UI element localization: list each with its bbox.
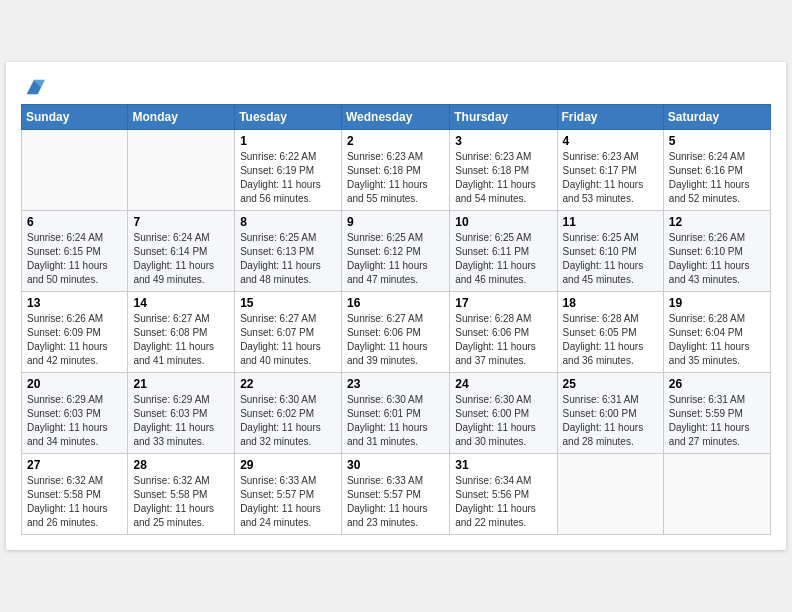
calendar-cell: 17Sunrise: 6:28 AM Sunset: 6:06 PM Dayli… (450, 292, 557, 373)
weekday-header-tuesday: Tuesday (235, 105, 342, 130)
day-number: 15 (240, 296, 336, 310)
calendar-cell: 16Sunrise: 6:27 AM Sunset: 6:06 PM Dayli… (341, 292, 449, 373)
day-info: Sunrise: 6:25 AM Sunset: 6:12 PM Dayligh… (347, 231, 444, 287)
calendar-cell: 5Sunrise: 6:24 AM Sunset: 6:16 PM Daylig… (663, 130, 770, 211)
day-info: Sunrise: 6:25 AM Sunset: 6:13 PM Dayligh… (240, 231, 336, 287)
day-info: Sunrise: 6:25 AM Sunset: 6:11 PM Dayligh… (455, 231, 551, 287)
weekday-header-monday: Monday (128, 105, 235, 130)
week-row-4: 20Sunrise: 6:29 AM Sunset: 6:03 PM Dayli… (22, 373, 771, 454)
calendar-cell: 18Sunrise: 6:28 AM Sunset: 6:05 PM Dayli… (557, 292, 663, 373)
weekday-header-friday: Friday (557, 105, 663, 130)
day-number: 19 (669, 296, 765, 310)
day-number: 12 (669, 215, 765, 229)
day-info: Sunrise: 6:30 AM Sunset: 6:01 PM Dayligh… (347, 393, 444, 449)
week-row-3: 13Sunrise: 6:26 AM Sunset: 6:09 PM Dayli… (22, 292, 771, 373)
day-info: Sunrise: 6:33 AM Sunset: 5:57 PM Dayligh… (347, 474, 444, 530)
day-number: 10 (455, 215, 551, 229)
calendar-cell: 20Sunrise: 6:29 AM Sunset: 6:03 PM Dayli… (22, 373, 128, 454)
weekday-header-row: SundayMondayTuesdayWednesdayThursdayFrid… (22, 105, 771, 130)
day-info: Sunrise: 6:28 AM Sunset: 6:05 PM Dayligh… (563, 312, 658, 368)
day-info: Sunrise: 6:26 AM Sunset: 6:09 PM Dayligh… (27, 312, 122, 368)
calendar-cell (22, 130, 128, 211)
weekday-header-thursday: Thursday (450, 105, 557, 130)
day-number: 14 (133, 296, 229, 310)
day-info: Sunrise: 6:32 AM Sunset: 5:58 PM Dayligh… (27, 474, 122, 530)
day-number: 20 (27, 377, 122, 391)
day-info: Sunrise: 6:25 AM Sunset: 6:10 PM Dayligh… (563, 231, 658, 287)
day-number: 25 (563, 377, 658, 391)
calendar-cell: 29Sunrise: 6:33 AM Sunset: 5:57 PM Dayli… (235, 454, 342, 535)
day-info: Sunrise: 6:29 AM Sunset: 6:03 PM Dayligh… (27, 393, 122, 449)
weekday-header-wednesday: Wednesday (341, 105, 449, 130)
day-number: 5 (669, 134, 765, 148)
day-number: 1 (240, 134, 336, 148)
calendar-cell: 31Sunrise: 6:34 AM Sunset: 5:56 PM Dayli… (450, 454, 557, 535)
day-info: Sunrise: 6:27 AM Sunset: 6:07 PM Dayligh… (240, 312, 336, 368)
day-number: 22 (240, 377, 336, 391)
day-info: Sunrise: 6:22 AM Sunset: 6:19 PM Dayligh… (240, 150, 336, 206)
day-info: Sunrise: 6:31 AM Sunset: 6:00 PM Dayligh… (563, 393, 658, 449)
calendar-cell (557, 454, 663, 535)
day-info: Sunrise: 6:24 AM Sunset: 6:16 PM Dayligh… (669, 150, 765, 206)
day-number: 11 (563, 215, 658, 229)
week-row-5: 27Sunrise: 6:32 AM Sunset: 5:58 PM Dayli… (22, 454, 771, 535)
calendar-cell: 27Sunrise: 6:32 AM Sunset: 5:58 PM Dayli… (22, 454, 128, 535)
calendar-cell: 1Sunrise: 6:22 AM Sunset: 6:19 PM Daylig… (235, 130, 342, 211)
calendar-cell: 24Sunrise: 6:30 AM Sunset: 6:00 PM Dayli… (450, 373, 557, 454)
calendar-cell: 28Sunrise: 6:32 AM Sunset: 5:58 PM Dayli… (128, 454, 235, 535)
calendar-cell: 14Sunrise: 6:27 AM Sunset: 6:08 PM Dayli… (128, 292, 235, 373)
day-number: 18 (563, 296, 658, 310)
logo-icon (23, 76, 45, 98)
day-number: 17 (455, 296, 551, 310)
day-info: Sunrise: 6:27 AM Sunset: 6:06 PM Dayligh… (347, 312, 444, 368)
day-number: 8 (240, 215, 336, 229)
header (21, 72, 771, 98)
calendar-cell: 2Sunrise: 6:23 AM Sunset: 6:18 PM Daylig… (341, 130, 449, 211)
calendar-cell: 12Sunrise: 6:26 AM Sunset: 6:10 PM Dayli… (663, 211, 770, 292)
calendar-cell (663, 454, 770, 535)
day-number: 9 (347, 215, 444, 229)
day-number: 7 (133, 215, 229, 229)
calendar-cell: 23Sunrise: 6:30 AM Sunset: 6:01 PM Dayli… (341, 373, 449, 454)
calendar-cell: 10Sunrise: 6:25 AM Sunset: 6:11 PM Dayli… (450, 211, 557, 292)
day-number: 31 (455, 458, 551, 472)
day-number: 13 (27, 296, 122, 310)
calendar-cell: 3Sunrise: 6:23 AM Sunset: 6:18 PM Daylig… (450, 130, 557, 211)
day-info: Sunrise: 6:30 AM Sunset: 6:00 PM Dayligh… (455, 393, 551, 449)
day-info: Sunrise: 6:29 AM Sunset: 6:03 PM Dayligh… (133, 393, 229, 449)
calendar-cell: 22Sunrise: 6:30 AM Sunset: 6:02 PM Dayli… (235, 373, 342, 454)
calendar-cell: 19Sunrise: 6:28 AM Sunset: 6:04 PM Dayli… (663, 292, 770, 373)
calendar-cell: 30Sunrise: 6:33 AM Sunset: 5:57 PM Dayli… (341, 454, 449, 535)
week-row-1: 1Sunrise: 6:22 AM Sunset: 6:19 PM Daylig… (22, 130, 771, 211)
day-info: Sunrise: 6:32 AM Sunset: 5:58 PM Dayligh… (133, 474, 229, 530)
calendar-cell: 26Sunrise: 6:31 AM Sunset: 5:59 PM Dayli… (663, 373, 770, 454)
calendar-cell: 25Sunrise: 6:31 AM Sunset: 6:00 PM Dayli… (557, 373, 663, 454)
day-info: Sunrise: 6:26 AM Sunset: 6:10 PM Dayligh… (669, 231, 765, 287)
day-info: Sunrise: 6:23 AM Sunset: 6:18 PM Dayligh… (455, 150, 551, 206)
day-number: 2 (347, 134, 444, 148)
day-info: Sunrise: 6:31 AM Sunset: 5:59 PM Dayligh… (669, 393, 765, 449)
calendar-container: SundayMondayTuesdayWednesdayThursdayFrid… (6, 62, 786, 550)
day-number: 26 (669, 377, 765, 391)
calendar-cell: 21Sunrise: 6:29 AM Sunset: 6:03 PM Dayli… (128, 373, 235, 454)
calendar-cell (128, 130, 235, 211)
calendar-cell: 11Sunrise: 6:25 AM Sunset: 6:10 PM Dayli… (557, 211, 663, 292)
calendar-cell: 15Sunrise: 6:27 AM Sunset: 6:07 PM Dayli… (235, 292, 342, 373)
calendar-cell: 13Sunrise: 6:26 AM Sunset: 6:09 PM Dayli… (22, 292, 128, 373)
day-info: Sunrise: 6:23 AM Sunset: 6:17 PM Dayligh… (563, 150, 658, 206)
day-info: Sunrise: 6:28 AM Sunset: 6:06 PM Dayligh… (455, 312, 551, 368)
day-info: Sunrise: 6:27 AM Sunset: 6:08 PM Dayligh… (133, 312, 229, 368)
day-number: 23 (347, 377, 444, 391)
day-number: 21 (133, 377, 229, 391)
day-info: Sunrise: 6:24 AM Sunset: 6:15 PM Dayligh… (27, 231, 122, 287)
calendar-table: SundayMondayTuesdayWednesdayThursdayFrid… (21, 104, 771, 535)
day-number: 28 (133, 458, 229, 472)
day-number: 6 (27, 215, 122, 229)
day-info: Sunrise: 6:33 AM Sunset: 5:57 PM Dayligh… (240, 474, 336, 530)
day-number: 16 (347, 296, 444, 310)
day-info: Sunrise: 6:23 AM Sunset: 6:18 PM Dayligh… (347, 150, 444, 206)
day-info: Sunrise: 6:30 AM Sunset: 6:02 PM Dayligh… (240, 393, 336, 449)
day-number: 27 (27, 458, 122, 472)
calendar-cell: 7Sunrise: 6:24 AM Sunset: 6:14 PM Daylig… (128, 211, 235, 292)
calendar-cell: 6Sunrise: 6:24 AM Sunset: 6:15 PM Daylig… (22, 211, 128, 292)
